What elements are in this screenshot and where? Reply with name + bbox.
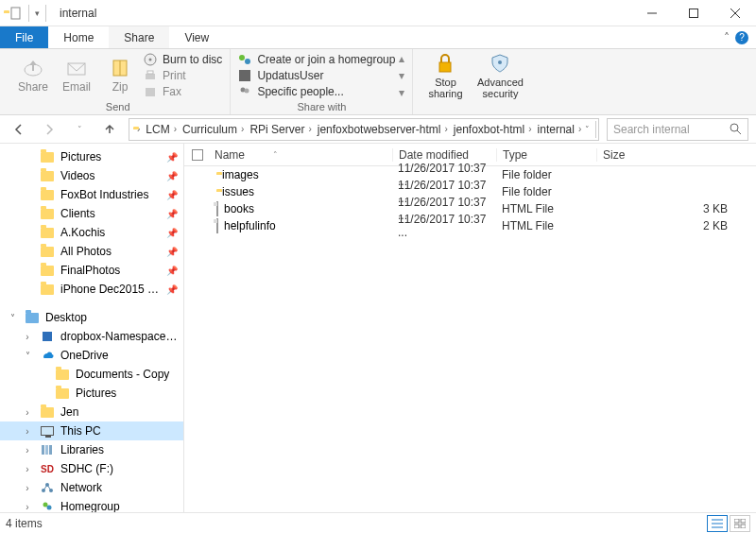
navigation-pane[interactable]: Pictures📌Videos📌FoxBot Industries📌Client… — [0, 144, 184, 512]
pin-icon: 📌 — [166, 209, 178, 219]
file-name: books — [224, 202, 254, 215]
tree-item[interactable]: ›dropbox-NamespaceExtensio — [0, 327, 183, 346]
tree-item[interactable]: FoxBot Industries📌 — [0, 185, 183, 204]
zip-button[interactable]: Zip — [100, 58, 140, 94]
expand-icon[interactable]: › — [21, 483, 34, 493]
search-input[interactable]: Search internal — [607, 118, 748, 141]
expand-icon[interactable]: ˅ — [21, 351, 34, 361]
tab-home[interactable]: Home — [48, 26, 109, 48]
tree-item[interactable]: Documents - Copy — [0, 365, 183, 384]
email-button[interactable]: Email — [57, 58, 96, 94]
crumb-5[interactable]: internal› — [536, 123, 584, 136]
group-send: Share Email Zip Burn to disc Print Fax S… — [6, 49, 231, 114]
svg-rect-0 — [11, 8, 20, 19]
help-icon[interactable]: ? — [735, 31, 748, 44]
expand-icon[interactable]: › — [21, 445, 34, 456]
tree-item[interactable]: Pictures📌 — [0, 147, 183, 166]
up-button[interactable] — [98, 118, 121, 141]
close-button[interactable] — [714, 0, 756, 26]
svg-rect-13 — [146, 88, 155, 96]
expand-icon[interactable]: › — [21, 332, 34, 342]
tree-label: This PC — [60, 424, 178, 438]
qat-dropdown-icon[interactable]: ▾ — [35, 9, 40, 18]
dropbox-icon — [40, 329, 55, 344]
details-view-button[interactable] — [707, 515, 728, 532]
specific-people-button[interactable]: Specific people... — [238, 85, 395, 98]
file-size: 2 KB — [596, 219, 756, 232]
tree-item[interactable]: ›Jen — [0, 403, 183, 421]
sharewith-up-icon[interactable]: ▴ — [399, 52, 404, 65]
tree-item[interactable]: iPhone Dec2015 to Jan2016📌 — [0, 280, 183, 299]
file-list[interactable]: images11/26/2017 10:37 ...File folderiss… — [184, 166, 756, 512]
col-size[interactable]: Size — [596, 148, 756, 162]
expand-icon[interactable]: › — [21, 502, 34, 512]
tree-item[interactable]: Videos📌 — [0, 166, 183, 185]
crumb-3[interactable]: jenfoxbotwebserver-html› — [316, 123, 450, 136]
crumb-4[interactable]: jenfoxbot-html› — [452, 123, 534, 136]
stop-sharing-button[interactable]: Stop sharing — [421, 52, 470, 99]
recent-dropdown[interactable]: ˅ — [68, 118, 91, 141]
crumb-1[interactable]: Curriculum› — [180, 123, 246, 136]
folder-icon — [40, 263, 55, 278]
addr-dropdown-icon[interactable]: ˅ — [585, 125, 590, 134]
crumb-0[interactable]: LCM› — [144, 123, 179, 136]
tree-item[interactable]: ˅OneDrive — [0, 346, 183, 365]
folder-icon — [40, 187, 55, 202]
col-date[interactable]: Date modified — [392, 148, 496, 162]
tab-share[interactable]: Share — [109, 26, 169, 48]
sort-indicator-icon: ˄ — [273, 150, 278, 160]
tree-item[interactable]: All Photos📌 — [0, 242, 183, 261]
file-size: 3 KB — [596, 202, 756, 215]
expand-icon[interactable]: › — [21, 426, 34, 437]
col-name[interactable]: Name — [215, 148, 245, 162]
tree-item[interactable]: A.Kochis📌 — [0, 223, 183, 242]
tree-item[interactable]: ›This PC — [0, 421, 183, 440]
crumb-2[interactable]: RPi Server› — [248, 123, 313, 136]
expand-icon[interactable]: › — [21, 407, 34, 418]
forward-button[interactable] — [38, 118, 60, 141]
maximize-button[interactable] — [673, 0, 714, 26]
selectall-checkbox[interactable] — [192, 149, 203, 161]
breadcrumb-box[interactable]: › LCM› Curriculum› RPi Server› jenfoxbot… — [129, 118, 599, 141]
window-title: internal — [60, 7, 96, 20]
hg-icon — [40, 499, 55, 512]
thumbnails-view-button[interactable] — [730, 515, 750, 532]
tab-view[interactable]: View — [169, 26, 224, 48]
file-type: File folder — [496, 168, 596, 181]
tree-item[interactable]: ›Homegroup — [0, 497, 183, 512]
file-name: helpfulinfo — [224, 219, 276, 232]
tree-item[interactable]: ›Libraries — [0, 440, 183, 459]
file-row[interactable]: helpfulinfo11/26/2017 10:37 ...HTML File… — [184, 217, 756, 234]
group-send-label: Send — [106, 101, 130, 112]
folder-icon — [40, 225, 55, 240]
sharewith-dn-icon[interactable]: ▾ — [399, 69, 404, 82]
lock-icon — [434, 52, 456, 75]
tree-item[interactable]: Clients📌 — [0, 204, 183, 223]
burn-button[interactable]: Burn to disc — [144, 53, 222, 66]
fax-button[interactable]: Fax — [144, 85, 222, 98]
adv-security-button[interactable]: Advanced security — [473, 52, 526, 99]
ribbon-collapse-icon[interactable]: ˄ — [724, 31, 730, 44]
tree-item[interactable]: ˅Desktop — [0, 308, 183, 327]
svg-rect-36 — [741, 519, 746, 523]
minimize-button[interactable] — [631, 0, 673, 26]
col-type[interactable]: Type — [496, 148, 596, 162]
print-button[interactable]: Print — [144, 69, 222, 82]
tree-item[interactable]: FinalPhotos📌 — [0, 261, 183, 280]
tree-item[interactable]: Pictures — [0, 384, 183, 403]
updatususer-button[interactable]: UpdatusUser — [238, 69, 395, 82]
folder-icon — [40, 244, 55, 259]
sharewith-more-icon[interactable]: ▾ — [399, 86, 404, 99]
expand-icon[interactable]: › — [21, 464, 34, 474]
qat-doc-icon[interactable] — [9, 7, 23, 20]
share-button[interactable]: Share — [13, 58, 53, 94]
homegroup-button[interactable]: Create or join a homegroup — [238, 53, 395, 66]
tab-file[interactable]: File — [0, 26, 48, 48]
tree-item[interactable]: ›SDSDHC (F:) — [0, 459, 183, 478]
back-button[interactable] — [8, 118, 30, 141]
group-sharewith: Create or join a homegroup UpdatusUser S… — [231, 49, 413, 114]
svg-rect-26 — [49, 445, 52, 455]
tree-item[interactable]: ›Network — [0, 478, 183, 497]
expand-icon[interactable]: ˅ — [6, 313, 19, 323]
tree-label: FinalPhotos — [60, 264, 161, 277]
